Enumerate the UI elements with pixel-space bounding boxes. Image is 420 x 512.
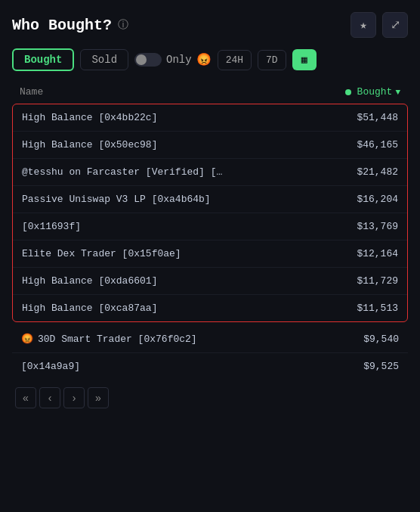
first-page-button[interactable]: « bbox=[15, 387, 36, 408]
expand-icon: ⤢ bbox=[391, 17, 400, 33]
row-value: $21,482 bbox=[357, 166, 398, 178]
toggle-knob bbox=[136, 54, 147, 65]
row-value: $9,525 bbox=[363, 361, 399, 372]
row-name: [0x11693f] bbox=[22, 221, 81, 232]
next-page-icon: › bbox=[73, 392, 76, 404]
row-name: 30D Smart Trader [0x76f0c2] bbox=[38, 334, 197, 345]
extra-rows: 😡 30D Smart Trader [0x76f0c2] $9,540 [0x… bbox=[12, 325, 408, 380]
tab-bought[interactable]: Bought bbox=[12, 48, 74, 71]
col-bought-header[interactable]: Bought ▼ bbox=[345, 86, 400, 98]
table-row[interactable]: High Balance [0xca87aa] $11,513 bbox=[13, 295, 407, 321]
table-row[interactable]: [0x11693f] $13,769 bbox=[13, 213, 407, 240]
only-emoji: 😡 bbox=[196, 52, 212, 67]
row-name: High Balance [0x50ec98] bbox=[22, 139, 157, 150]
row-name: High Balance [0xda6601] bbox=[22, 275, 157, 287]
table-header: Name Bought ▼ bbox=[12, 82, 408, 102]
row-value: $12,164 bbox=[357, 248, 398, 259]
col-name-header: Name bbox=[20, 86, 43, 98]
row-value: $16,204 bbox=[357, 194, 398, 205]
header-left: Who Bought? ⓘ bbox=[12, 17, 128, 34]
row-value: $11,513 bbox=[357, 303, 398, 314]
first-page-icon: « bbox=[23, 392, 29, 404]
expand-button[interactable]: ⤢ bbox=[382, 12, 408, 38]
table-row[interactable]: 😡 30D Smart Trader [0x76f0c2] $9,540 bbox=[12, 325, 408, 353]
table-row[interactable]: [0x14a9a9] $9,525 bbox=[12, 353, 408, 380]
row-value: $9,540 bbox=[363, 334, 399, 345]
row-name: High Balance [0xca87aa] bbox=[22, 303, 157, 314]
row-value: $11,729 bbox=[357, 275, 398, 287]
info-icon[interactable]: ⓘ bbox=[118, 18, 128, 32]
table-row[interactable]: High Balance [0x4bb22c] $51,448 bbox=[13, 104, 407, 132]
row-name: Elite Dex Trader [0x15f0ae] bbox=[22, 248, 181, 259]
col-bought-label: Bought bbox=[357, 86, 393, 98]
last-page-button[interactable]: » bbox=[88, 387, 109, 408]
prev-page-button[interactable]: ‹ bbox=[39, 387, 60, 408]
table-row[interactable]: @tesshu on Farcaster [Verified] [… $21,4… bbox=[13, 159, 407, 186]
sort-icon[interactable]: ▼ bbox=[395, 88, 400, 97]
prev-page-icon: ‹ bbox=[48, 392, 52, 404]
page-title: Who Bought? bbox=[12, 17, 112, 34]
row-value: $13,769 bbox=[357, 221, 398, 232]
table-row[interactable]: High Balance [0x50ec98] $46,165 bbox=[13, 132, 407, 159]
row-name: High Balance [0x4bb22c] bbox=[22, 112, 157, 123]
table-row[interactable]: Elite Dex Trader [0x15f0ae] $12,164 bbox=[13, 240, 407, 268]
page-header: Who Bought? ⓘ ★ ⤢ bbox=[12, 12, 408, 38]
table-row[interactable]: High Balance [0xda6601] $11,729 bbox=[13, 268, 407, 295]
grid-icon: ▦ bbox=[301, 54, 307, 66]
row-value: $46,165 bbox=[357, 139, 398, 150]
toggle-wrap: Only 😡 bbox=[134, 52, 212, 67]
star-icon: ★ bbox=[360, 17, 367, 33]
last-page-icon: » bbox=[95, 392, 101, 404]
row-emoji: 😡 bbox=[21, 333, 33, 345]
only-toggle[interactable] bbox=[134, 53, 162, 67]
row-name: [0x14a9a9] bbox=[21, 361, 80, 372]
tab-sold[interactable]: Sold bbox=[80, 49, 128, 70]
only-label: Only bbox=[166, 54, 192, 66]
star-button[interactable]: ★ bbox=[351, 12, 376, 38]
next-page-button[interactable]: › bbox=[63, 387, 85, 408]
row-name-with-emoji: 😡 30D Smart Trader [0x76f0c2] bbox=[21, 333, 197, 345]
bought-indicator bbox=[345, 89, 351, 95]
row-value: $51,448 bbox=[357, 112, 398, 123]
time-7d-button[interactable]: 7D bbox=[258, 50, 286, 70]
time-24h-button[interactable]: 24H bbox=[218, 50, 252, 70]
row-name: @tesshu on Farcaster [Verified] [… bbox=[22, 166, 222, 178]
pagination: « ‹ › » bbox=[12, 380, 408, 408]
toolbar: Bought Sold Only 😡 24H 7D ▦ bbox=[12, 48, 408, 71]
row-name: Passive Uniswap V3 LP [0xa4b64b] bbox=[22, 194, 211, 205]
header-right: ★ ⤢ bbox=[351, 12, 408, 38]
table-row[interactable]: Passive Uniswap V3 LP [0xa4b64b] $16,204 bbox=[13, 186, 407, 213]
grid-view-button[interactable]: ▦ bbox=[292, 49, 317, 70]
highlighted-table: High Balance [0x4bb22c] $51,448 High Bal… bbox=[12, 104, 408, 322]
